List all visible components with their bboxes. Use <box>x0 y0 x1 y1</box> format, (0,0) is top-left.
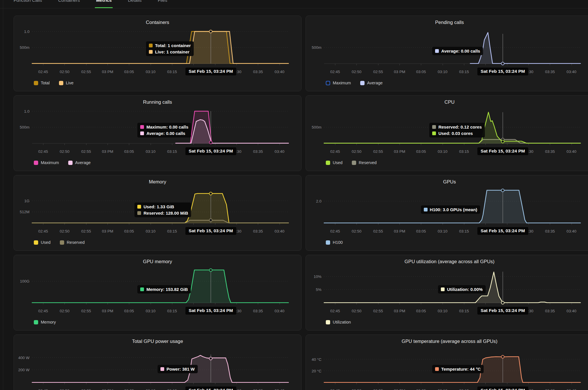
axis-tick <box>108 303 108 304</box>
tooltip-series-chip <box>435 367 439 371</box>
x-axis-label: 03:10 <box>146 70 156 74</box>
x-axis-label: 02:45 <box>38 309 48 313</box>
tooltip-text: Live: 1 container <box>155 49 189 54</box>
time-tooltip: Sat Feb 15, 03:24 PM <box>478 307 528 315</box>
legend-item-maximum[interactable]: Maximum <box>34 160 59 165</box>
tooltip-series-chip <box>137 211 141 215</box>
tooltip-row: Used: 0.03 cores <box>432 131 482 136</box>
chart-title: Pending calls <box>306 20 588 25</box>
y-axis-label: 5% <box>316 287 321 292</box>
tab-containers[interactable]: Containers <box>58 0 80 8</box>
chart-panel-0: Containers 1.0500m 02:4502:5002:5503 PM0… <box>14 16 302 91</box>
value-tooltip: Average: 0.00 calls <box>432 47 483 55</box>
value-tooltip: Memory: 153.82 GiB <box>137 285 191 294</box>
y-axis-label: 1.0 <box>24 29 29 34</box>
legend-item-used[interactable]: Used <box>326 160 343 165</box>
y-axis-label: 500m <box>20 45 29 50</box>
x-axis-label: 02:55 <box>81 389 91 390</box>
legend-item-reserved[interactable]: Reserved <box>60 240 85 245</box>
time-tooltip: Sat Feb 15, 03:24 PM <box>478 147 528 155</box>
y-axis-label: 200 W <box>18 368 29 372</box>
axis-tick <box>280 64 280 65</box>
axis-tick <box>258 223 258 225</box>
y-axis-label: 500m <box>20 125 29 129</box>
axis-tick <box>193 144 194 145</box>
x-axis-label: 03:05 <box>124 229 134 233</box>
x-axis-label: 03:10 <box>438 229 448 233</box>
value-tooltip: Temperature: 44 °C <box>432 365 484 373</box>
axis-tick <box>258 64 258 65</box>
axis-tick <box>421 303 421 304</box>
page-left-border <box>3 0 3 390</box>
metrics-grid: Containers 1.0500m 02:4502:5002:5503 PM0… <box>14 16 588 390</box>
legend-item-h100[interactable]: H100 <box>326 240 343 245</box>
tab-function-calls[interactable]: Function Calls <box>13 0 42 8</box>
x-axis-label: 03:10 <box>438 149 448 154</box>
tooltip-row: Live: 1 container <box>149 49 191 54</box>
x-axis-label: 03:10 <box>438 309 448 313</box>
axis-tick <box>528 223 529 225</box>
y-axis-label: 10% <box>314 274 321 278</box>
axis-tick <box>507 64 507 65</box>
axis-tick <box>335 144 335 145</box>
x-axis-label: 02:50 <box>352 70 362 74</box>
legend: UsedReserved <box>34 240 301 245</box>
legend-item-used[interactable]: Used <box>34 240 51 245</box>
axis-tick <box>258 383 258 384</box>
axis-tick <box>378 144 378 145</box>
legend-item-maximum[interactable]: Maximum <box>326 81 351 85</box>
legend-label: H100 <box>333 240 343 245</box>
axis-tick <box>400 303 400 304</box>
x-axis: 02:4502:5002:5503 PM03:0503:1003:1503:20… <box>32 309 289 314</box>
axis-tick <box>400 144 400 145</box>
axis-tick <box>528 64 529 65</box>
value-tooltip: H100: 3.0 GPUs (mean) <box>421 205 480 214</box>
legend-chip <box>360 81 365 85</box>
tooltip-text: Average: 0.00 calls <box>146 131 185 136</box>
legend-chip <box>34 320 38 324</box>
x-axis-label: 02:55 <box>81 149 91 154</box>
tooltip-text: Used: 1.33 GiB <box>143 204 174 209</box>
tooltip-text: Total: 1 container <box>155 43 191 48</box>
legend-chip <box>326 240 330 245</box>
y-axis-label: 40 °C <box>312 357 321 361</box>
x-axis-label: 03 PM <box>102 309 113 313</box>
axis-tick <box>280 303 280 304</box>
legend-item-average[interactable]: Average <box>360 81 383 85</box>
axis-tick <box>215 303 215 304</box>
tab-details[interactable]: Details <box>127 0 142 8</box>
legend-label: Maximum <box>41 160 59 165</box>
axis-tick <box>86 383 86 384</box>
legend-item-live[interactable]: Live <box>59 81 74 85</box>
tooltip-series-chip <box>435 49 439 53</box>
legend-item-average[interactable]: Average <box>68 160 91 165</box>
crosshair-marker <box>501 189 504 192</box>
x-axis-label: 02:55 <box>373 149 383 154</box>
legend-item-memory[interactable]: Memory <box>34 320 56 324</box>
tooltip-text: Utilization: 0.00% <box>447 287 482 292</box>
crosshair-marker <box>209 192 212 195</box>
axis-tick <box>86 223 86 225</box>
legend-label: Used <box>41 240 51 245</box>
tooltip-row: Memory: 153.82 GiB <box>140 287 188 292</box>
y-axis-label: 500m <box>312 125 321 129</box>
legend-item-total[interactable]: Total <box>34 81 50 85</box>
x-axis-label: 03:15 <box>167 389 177 390</box>
axis-tick <box>378 383 378 384</box>
tooltip-text: Average: 0.00 calls <box>441 49 480 53</box>
x-axis-label: 03:05 <box>124 70 134 74</box>
legend-chip <box>59 81 63 85</box>
chart-title: Containers <box>14 20 301 25</box>
tab-metrics[interactable]: Metrics <box>95 0 112 8</box>
axis-tick <box>507 144 507 145</box>
x-axis-label: 03:15 <box>459 70 469 74</box>
axis-tick <box>236 383 237 384</box>
legend-label: Average <box>367 81 383 85</box>
tab-files[interactable]: Files <box>157 0 168 8</box>
axis-tick <box>280 383 280 384</box>
axis-tick <box>280 144 280 145</box>
x-axis-label: 03:05 <box>416 229 426 233</box>
axis-tick <box>64 144 65 145</box>
legend-item-utilization[interactable]: Utilization <box>326 320 351 324</box>
legend-item-reserved[interactable]: Reserved <box>352 160 377 165</box>
